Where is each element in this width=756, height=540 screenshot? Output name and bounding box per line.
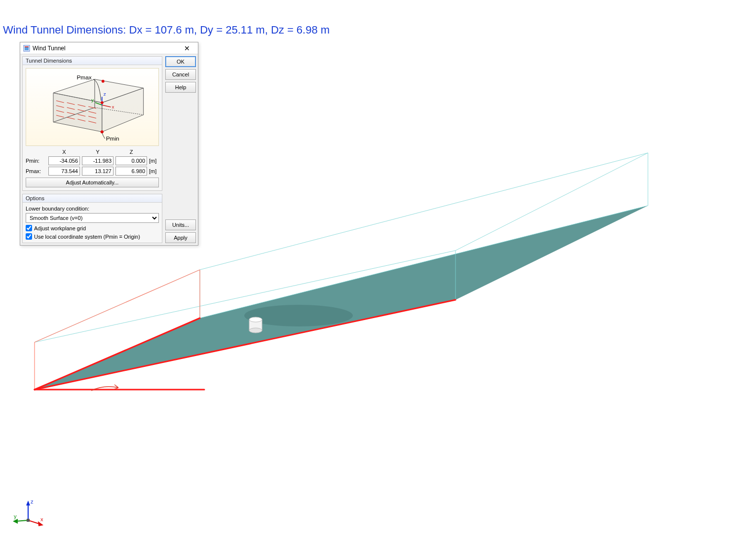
dialog-titlebar[interactable]: Wind Tunnel ✕: [20, 42, 198, 54]
tunnel-dimensions-header: Tunnel Dimensions: [23, 57, 162, 65]
pmin-z-input[interactable]: [115, 156, 147, 165]
options-header: Options: [23, 194, 162, 203]
apply-button[interactable]: Apply: [165, 232, 196, 243]
svg-line-11: [35, 318, 200, 390]
options-group: Options Lower boundary condition: Smooth…: [22, 194, 162, 243]
svg-marker-18: [26, 501, 30, 505]
tunnel-dimensions-group: Tunnel Dimensions: [22, 56, 162, 191]
col-x: X: [48, 149, 80, 155]
wind-direction-indicator: [91, 385, 118, 391]
local-coord-label: Use local coordinate system (Pmin = Orig…: [34, 234, 140, 240]
adjust-grid-checkbox[interactable]: [26, 225, 32, 231]
lower-bc-label: Lower boundary condition:: [26, 206, 159, 212]
svg-rect-23: [27, 519, 30, 522]
coordinate-grid: X Y Z Pmin: [m] Pmax: [m]: [26, 149, 159, 176]
dialog-title: Wind Tunnel: [33, 45, 179, 52]
col-z: Z: [115, 149, 147, 155]
pmin-x-input[interactable]: [48, 156, 80, 165]
local-coord-row[interactable]: Use local coordinate system (Pmin = Orig…: [26, 233, 159, 240]
object-shadow: [244, 305, 353, 326]
pmax-row-label: Pmax:: [26, 168, 46, 174]
svg-line-13: [35, 300, 455, 390]
axis-z-label: z: [31, 499, 34, 504]
svg-point-16: [249, 328, 262, 333]
svg-point-15: [249, 317, 262, 322]
svg-rect-14: [249, 320, 262, 330]
tunnel-diagram: x y z Pmax Pmin: [26, 68, 159, 146]
pmax-y-input[interactable]: [82, 167, 113, 176]
pmin-y-input[interactable]: [82, 156, 113, 165]
svg-text:y: y: [91, 97, 94, 103]
svg-rect-26: [25, 46, 29, 47]
local-coord-checkbox[interactable]: [26, 233, 32, 240]
svg-rect-25: [25, 47, 29, 50]
axis-y-label: y: [14, 513, 17, 519]
pmax-label: Pmax: [76, 74, 91, 81]
ok-button[interactable]: OK: [165, 56, 196, 67]
pmax-unit: [m]: [149, 168, 159, 174]
svg-text:x: x: [112, 104, 114, 109]
units-button[interactable]: Units...: [165, 219, 196, 230]
app-icon: [23, 45, 30, 52]
col-y: Y: [82, 149, 113, 155]
pmin-unit: [m]: [149, 158, 159, 164]
page-caption: Wind Tunnel Dimensions: Dx = 107.6 m, Dy…: [3, 24, 330, 36]
svg-point-55: [101, 101, 104, 104]
wind-tunnel-dialog: Wind Tunnel ✕ Tunnel Dimensions: [20, 42, 198, 246]
tunnel-bottom-highlight: [35, 318, 204, 390]
adjust-grid-row[interactable]: Adjust workplane grid: [26, 225, 159, 231]
axis-triad: z x y: [11, 497, 45, 531]
svg-text:z: z: [104, 91, 106, 97]
pmin-row-label: Pmin:: [26, 158, 46, 164]
pmax-x-input[interactable]: [48, 167, 80, 176]
svg-marker-22: [13, 519, 18, 524]
tunnel-inlet-face: [35, 270, 200, 390]
lower-bc-select[interactable]: Smooth Surface (v=0): [26, 213, 159, 223]
help-button[interactable]: Help: [165, 82, 196, 93]
close-icon[interactable]: ✕: [179, 44, 195, 52]
axis-x-label: x: [40, 516, 43, 522]
svg-line-9: [35, 270, 200, 342]
svg-point-59: [102, 80, 105, 83]
adjust-grid-label: Adjust workplane grid: [34, 225, 86, 231]
pmin-label: Pmin: [106, 135, 119, 142]
svg-line-4: [35, 251, 455, 342]
tunnel-bottom-highlight-2: [35, 300, 455, 390]
pmax-z-input[interactable]: [115, 167, 147, 176]
adjust-automatically-button[interactable]: Adjust Automatically...: [26, 178, 159, 187]
svg-line-0: [200, 206, 648, 318]
svg-line-2: [200, 153, 648, 270]
svg-line-1: [35, 270, 200, 342]
svg-line-3: [455, 153, 648, 251]
cancel-button[interactable]: Cancel: [165, 69, 196, 80]
test-object-cylinder: [249, 317, 262, 333]
